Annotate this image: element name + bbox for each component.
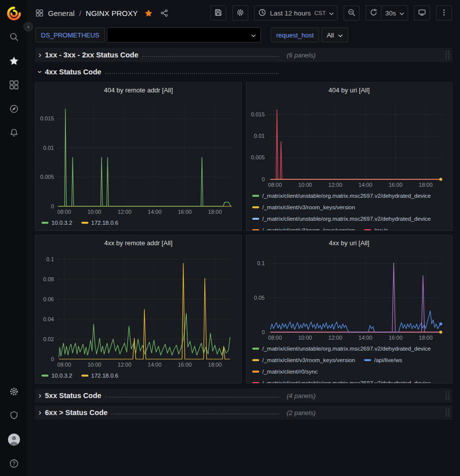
series-label[interactable]: /_matrix/client/r0/sync xyxy=(262,369,318,375)
series-color-marker xyxy=(252,371,259,373)
series-label[interactable]: /_matrix/client/unstable/org.matrix.msc2… xyxy=(262,216,431,222)
legend-item[interactable]: /_matrix/client/v3/room_keys/version xyxy=(252,204,355,210)
row-header-4xx[interactable]: › 4xx Status Code xyxy=(35,65,453,79)
datasource-value-dropdown[interactable] xyxy=(107,27,261,42)
topbar-actions: Last 12 hours CST 30s xyxy=(210,5,452,20)
series-label[interactable]: 10.0.3.2 xyxy=(51,220,72,226)
save-dashboard-button[interactable] xyxy=(210,5,226,20)
refresh-interval-dropdown[interactable]: 30s xyxy=(382,5,408,20)
dashboard-scroll-area[interactable]: › 1xx - 3xx - 2xx Status Code (6 panels)… xyxy=(27,44,460,476)
compass-icon xyxy=(9,104,19,115)
legend-item[interactable]: 10.0.3.2 xyxy=(41,220,72,226)
series-label[interactable]: /_matrix/client/unstable/org.matrix.msc2… xyxy=(262,380,431,384)
legend-item[interactable]: 172.18.0.6 xyxy=(81,373,118,379)
legend-item[interactable]: /_matrix/client/unstable/org.matrix.msc2… xyxy=(252,216,431,222)
legend-item[interactable]: /_matrix/client/unstable/org.matrix.msc2… xyxy=(252,380,431,384)
row-drag-handle[interactable] xyxy=(445,391,451,401)
refresh-interval-value: 30s xyxy=(385,9,396,17)
legend-item[interactable]: 10.0.3.2 xyxy=(41,373,72,379)
legend-item[interactable]: /_matrix/client/v3/room_keys/version xyxy=(252,227,355,231)
legend-item[interactable]: /_matrix/client/unstable/org.matrix.msc2… xyxy=(252,193,431,199)
svg-text:0: 0 xyxy=(51,203,54,209)
zoom-out-button[interactable] xyxy=(344,5,360,20)
legend-item[interactable]: /_matrix/client/unstable/org.matrix.msc2… xyxy=(252,346,431,352)
timeseries-chart[interactable]: 08:0010:0012:0014:0016:0018:0000.0050.01… xyxy=(246,97,452,189)
legend-item[interactable]: /_matrix/client/r0/sync xyxy=(252,369,318,375)
series-color-marker xyxy=(252,348,259,350)
sidebar-item-help[interactable]: ? xyxy=(0,452,27,476)
request-host-variable-label[interactable]: request_host xyxy=(271,27,319,42)
refresh-button[interactable] xyxy=(366,5,382,20)
monitor-icon xyxy=(418,8,426,18)
breadcrumb-section[interactable]: General xyxy=(48,9,74,17)
panel-title[interactable]: 404 by uri [All] xyxy=(246,82,452,97)
shield-icon xyxy=(9,411,19,422)
row-title[interactable]: 4xx Status Code xyxy=(45,68,101,76)
panel-title[interactable]: 4xx by remote addr [All] xyxy=(35,235,241,250)
svg-text:14:00: 14:00 xyxy=(148,209,162,215)
series-label[interactable]: 172.18.0.6 xyxy=(91,220,118,226)
legend-row: /_matrix/client/v3/room_keys/version xyxy=(252,201,446,213)
svg-text:0.01: 0.01 xyxy=(43,145,54,151)
datasource-variable-label[interactable]: DS_PROMETHEUS xyxy=(35,27,105,42)
favorite-star-icon[interactable] xyxy=(144,9,153,17)
dashboards-grid-icon xyxy=(9,80,19,91)
series-color-marker xyxy=(252,195,259,197)
series-label[interactable]: /_matrix/client/unstable/org.matrix.msc2… xyxy=(262,193,431,199)
sidebar: ? xyxy=(0,0,27,476)
svg-text:18:00: 18:00 xyxy=(419,335,433,341)
dashboard-title[interactable]: NGINX PROXY xyxy=(86,9,138,17)
row-header-6xx[interactable]: › 6xx > Status Code (2 panels) xyxy=(35,406,453,420)
legend-item[interactable]: /sw.js xyxy=(364,227,388,231)
legend-row: /_matrix/client/v3/room_keys/version/sw.… xyxy=(252,224,446,230)
clock-icon xyxy=(258,8,266,18)
row-title[interactable]: 5xx Status Code xyxy=(45,392,101,400)
dotted-leader xyxy=(105,397,279,398)
sidebar-item-alerting[interactable] xyxy=(0,121,27,145)
timeseries-chart[interactable]: 08:0010:0012:0014:0016:0018:0000.020.040… xyxy=(35,250,241,369)
row-drag-handle[interactable] xyxy=(445,408,451,418)
time-range-picker[interactable]: Last 12 hours CST xyxy=(254,5,338,20)
series-label[interactable]: /api/live/ws xyxy=(374,357,402,363)
sidebar-expand-button[interactable]: › xyxy=(23,22,33,31)
grafana-logo-icon[interactable] xyxy=(6,0,21,25)
series-label[interactable]: /_matrix/client/v3/room_keys/version xyxy=(262,357,355,363)
sidebar-item-search[interactable] xyxy=(0,25,27,49)
row-title[interactable]: 6xx > Status Code xyxy=(45,409,107,417)
row-header-1xx-3xx-2xx[interactable]: › 1xx - 3xx - 2xx Status Code (6 panels) xyxy=(35,48,453,62)
kebab-menu-button[interactable] xyxy=(436,5,452,20)
sidebar-item-profile[interactable] xyxy=(0,428,27,452)
series-label[interactable]: /_matrix/client/v3/room_keys/version xyxy=(262,204,355,210)
legend-item[interactable]: /_matrix/client/v3/room_keys/version xyxy=(252,357,355,363)
legend-item[interactable]: 172.18.0.6 xyxy=(81,220,118,226)
svg-text:16:00: 16:00 xyxy=(389,182,403,188)
series-label[interactable]: /_matrix/client/v3/room_keys/version xyxy=(262,227,355,231)
series-color-marker xyxy=(41,222,48,224)
timeseries-chart[interactable]: 08:0010:0012:0014:0016:0018:0000.050.1 xyxy=(246,250,452,342)
chart-legend: /_matrix/client/unstable/org.matrix.msc2… xyxy=(246,342,452,383)
svg-text:08:00: 08:00 xyxy=(57,362,71,368)
share-icon[interactable] xyxy=(160,9,168,17)
series-label[interactable]: /_matrix/client/unstable/org.matrix.msc2… xyxy=(262,346,431,352)
request-host-value-dropdown[interactable]: All xyxy=(321,27,348,42)
tv-mode-button[interactable] xyxy=(414,5,430,20)
panel-title[interactable]: 404 by remote addr [All] xyxy=(35,82,241,97)
sidebar-item-configuration[interactable] xyxy=(0,380,27,404)
dashboard-variables-bar: DS_PROMETHEUS request_host All xyxy=(27,26,460,44)
dashboard-settings-button[interactable] xyxy=(232,5,248,20)
series-label[interactable]: /sw.js xyxy=(374,227,388,231)
svg-text:14:00: 14:00 xyxy=(359,335,373,341)
row-title[interactable]: 1xx - 3xx - 2xx Status Code xyxy=(45,51,138,59)
sidebar-item-starred[interactable] xyxy=(0,49,27,73)
row-header-5xx[interactable]: › 5xx Status Code (4 panels) xyxy=(35,389,453,403)
series-label[interactable]: 172.18.0.6 xyxy=(91,373,118,379)
timeseries-chart[interactable]: 08:0010:0012:0014:0016:0018:0000.0050.01… xyxy=(35,97,241,216)
series-label[interactable]: 10.0.3.2 xyxy=(51,373,72,379)
chevron-right-icon: › xyxy=(35,51,45,59)
row-drag-handle[interactable] xyxy=(445,50,451,60)
sidebar-item-server-admin[interactable] xyxy=(0,404,27,428)
sidebar-item-explore[interactable] xyxy=(0,97,27,121)
legend-item[interactable]: /api/live/ws xyxy=(364,357,402,363)
panel-title[interactable]: 4xx by uri [All] xyxy=(246,235,452,250)
sidebar-item-dashboards[interactable] xyxy=(0,73,27,97)
